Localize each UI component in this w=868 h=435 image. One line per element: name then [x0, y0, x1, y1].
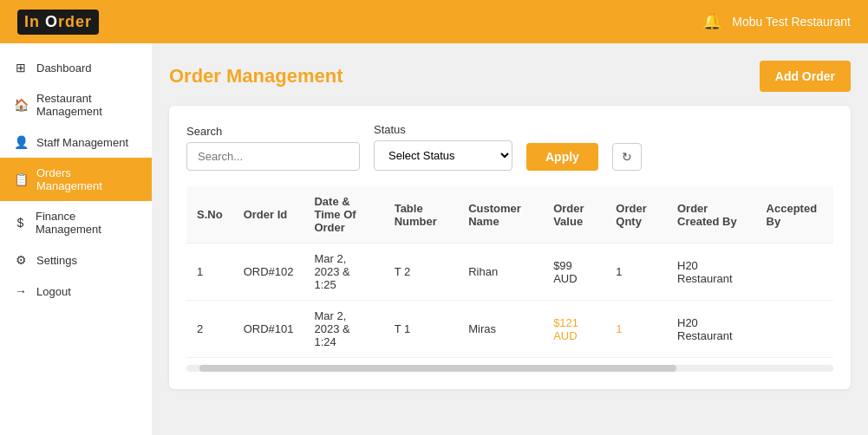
- add-order-button[interactable]: Add Order: [760, 61, 851, 92]
- app-header: In Order 🔔 Mobu Test Restaurant: [0, 0, 868, 43]
- logo-order-text: rder: [58, 13, 92, 30]
- sidebar-label-orders: Orders Management: [36, 166, 138, 192]
- sidebar-label-staff: Staff Management: [36, 136, 128, 149]
- cell-datetime: Mar 2, 2023 & 1:25: [303, 243, 383, 301]
- restaurant-icon: 🏠: [14, 98, 28, 112]
- cell-order-qty: 1: [605, 243, 667, 301]
- main-layout: ⊞ Dashboard 🏠 Restaurant Management 👤 St…: [0, 43, 868, 435]
- table-scrollbar[interactable]: [186, 365, 833, 372]
- sidebar-label-settings: Settings: [36, 254, 77, 267]
- col-order-id: Order Id: [233, 186, 304, 243]
- order-card: Search Status Select Status Pending Comp…: [169, 106, 851, 389]
- cell-customer-name: Rihan: [458, 243, 543, 301]
- cell-customer-name: Miras: [458, 301, 543, 358]
- col-table-number: Table Number: [384, 186, 459, 243]
- cell-table-number: T 2: [384, 243, 459, 301]
- col-created-by: Order Created By: [667, 186, 756, 243]
- sidebar-item-logout[interactable]: → Logout: [0, 276, 152, 307]
- table-row: 1ORD#102Mar 2, 2023 & 1:25T 2Rihan$99 AU…: [186, 243, 833, 301]
- order-table: S.No Order Id Date & Time Of Order Table…: [186, 186, 833, 358]
- logo: In Order: [17, 10, 99, 35]
- finance-icon: $: [14, 216, 27, 230]
- cell-sno: 2: [186, 301, 233, 358]
- sidebar-label-finance: Finance Management: [36, 210, 138, 236]
- sidebar-item-staff-management[interactable]: 👤 Staff Management: [0, 127, 152, 158]
- staff-icon: 👤: [14, 135, 28, 149]
- bell-icon[interactable]: 🔔: [702, 12, 721, 31]
- search-label: Search: [186, 125, 360, 138]
- col-sno: S.No: [186, 186, 233, 243]
- logo-in-text: In: [24, 13, 45, 30]
- cell-order-value: $121 AUD: [543, 301, 605, 358]
- table-body: 1ORD#102Mar 2, 2023 & 1:25T 2Rihan$99 AU…: [186, 243, 833, 358]
- cell-order-id: ORD#101: [233, 301, 304, 358]
- main-header: Order Management Add Order: [169, 61, 851, 92]
- orders-icon: 📋: [14, 172, 28, 186]
- sidebar-item-restaurant-management[interactable]: 🏠 Restaurant Management: [0, 83, 152, 127]
- cell-order-id: ORD#102: [233, 243, 304, 301]
- apply-button[interactable]: Apply: [526, 143, 598, 171]
- col-accepted-by: Accepted By: [756, 186, 833, 243]
- logout-icon: →: [14, 284, 28, 298]
- table-scrollbar-thumb: [199, 365, 676, 372]
- sidebar: ⊞ Dashboard 🏠 Restaurant Management 👤 St…: [0, 43, 152, 435]
- cell-accepted-by: [756, 301, 833, 358]
- status-group: Status Select Status Pending Completed C…: [374, 123, 512, 171]
- sidebar-item-dashboard[interactable]: ⊞ Dashboard: [0, 52, 152, 83]
- dashboard-icon: ⊞: [14, 61, 28, 75]
- search-input[interactable]: [186, 142, 360, 171]
- order-table-wrapper: S.No Order Id Date & Time Of Order Table…: [186, 186, 833, 372]
- cell-order-qty: 1: [605, 301, 667, 358]
- page-title: Order Management: [169, 65, 343, 88]
- settings-icon: ⚙: [14, 253, 28, 267]
- cell-accepted-by: [756, 243, 833, 301]
- header-right: 🔔 Mobu Test Restaurant: [702, 12, 851, 31]
- restaurant-name: Mobu Test Restaurant: [732, 15, 851, 29]
- col-order-value: Order Value: [543, 186, 605, 243]
- status-select[interactable]: Select Status Pending Completed Cancelle…: [374, 140, 512, 171]
- sidebar-item-orders-management[interactable]: 📋 Orders Management: [0, 158, 152, 201]
- logo-box: In Order: [17, 10, 99, 35]
- cell-created-by: H20 Restaurant: [667, 301, 756, 358]
- sidebar-label-dashboard: Dashboard: [36, 62, 92, 75]
- cell-created-by: H20 Restaurant: [667, 243, 756, 301]
- sidebar-label-restaurant: Restaurant Management: [36, 92, 138, 118]
- col-datetime: Date & Time Of Order: [303, 186, 383, 243]
- status-label: Status: [374, 123, 512, 136]
- table-header-row: S.No Order Id Date & Time Of Order Table…: [186, 186, 833, 243]
- sidebar-item-settings[interactable]: ⚙ Settings: [0, 244, 152, 276]
- cell-order-value: $99 AUD: [543, 243, 605, 301]
- search-group: Search: [186, 125, 360, 171]
- sidebar-label-logout: Logout: [36, 285, 71, 298]
- sidebar-item-finance-management[interactable]: $ Finance Management: [0, 201, 152, 244]
- logo-circle-icon: O: [45, 13, 58, 30]
- col-customer-name: Customer Name: [458, 186, 543, 243]
- col-order-qty: Order Qnty: [605, 186, 667, 243]
- cell-table-number: T 1: [384, 301, 459, 358]
- cell-sno: 1: [186, 243, 233, 301]
- main-content: Order Management Add Order Search Status…: [152, 43, 868, 435]
- cell-datetime: Mar 2, 2023 & 1:24: [303, 301, 383, 358]
- table-row: 2ORD#101Mar 2, 2023 & 1:24T 1Miras$121 A…: [186, 301, 833, 358]
- filter-row: Search Status Select Status Pending Comp…: [186, 123, 833, 171]
- refresh-button[interactable]: ↻: [612, 143, 642, 171]
